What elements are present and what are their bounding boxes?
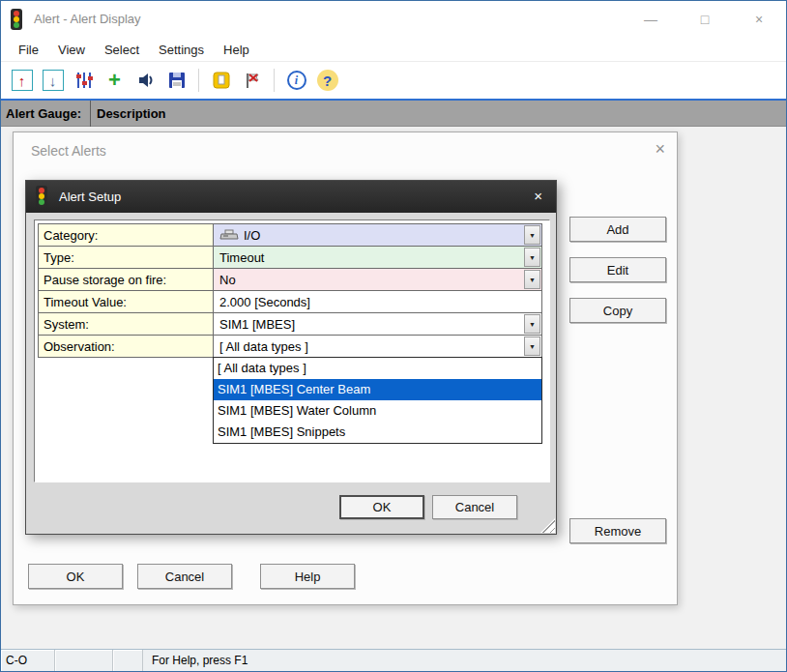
alert-setup-close-icon[interactable]: × — [534, 188, 542, 204]
observation-combobox[interactable]: [ All data types ] ▼ — [213, 335, 542, 358]
scroll-down-button[interactable]: ↓ — [40, 67, 66, 94]
column-alert-gauge: Alert Gauge: — [6, 106, 81, 121]
dropdown-option[interactable]: SIM1 [MBES] Snippets — [214, 422, 541, 443]
edit-button[interactable]: Edit — [569, 257, 666, 282]
timeout-value-field[interactable]: 2.000 [Seconds] — [213, 290, 542, 313]
chevron-down-icon: ▼ — [529, 343, 536, 350]
chevron-down-icon: ▼ — [529, 321, 536, 328]
dropdown-option[interactable]: [ All data types ] — [214, 358, 541, 379]
type-dropdown-button[interactable]: ▼ — [524, 248, 540, 267]
io-device-icon — [219, 229, 239, 242]
select-alerts-title: Select Alerts — [31, 143, 106, 159]
menu-file[interactable]: File — [9, 40, 48, 60]
flag-clear-icon — [243, 71, 262, 90]
category-label: Category: — [38, 223, 214, 247]
alert-setup-body: Category: I/O ▼ Type: Timeout — [26, 213, 556, 534]
minimize-button[interactable]: — — [624, 1, 678, 38]
plus-icon: + — [108, 71, 121, 90]
category-value: I/O — [244, 228, 260, 243]
pause-storage-combobox[interactable]: No ▼ — [213, 268, 542, 291]
alert-setup-cancel-button[interactable]: Cancel — [432, 495, 517, 519]
category-combobox[interactable]: I/O ▼ — [213, 223, 542, 247]
system-dropdown-button[interactable]: ▼ — [524, 314, 540, 334]
category-dropdown-button[interactable]: ▼ — [524, 225, 540, 245]
category-row: Category: I/O ▼ — [38, 223, 544, 247]
type-value: Timeout — [219, 250, 264, 265]
type-combobox[interactable]: Timeout ▼ — [213, 246, 542, 269]
observation-dropdown-list: [ All data types ] SIM1 [MBES] Center Be… — [213, 357, 542, 444]
select-alerts-help-button[interactable]: Help — [260, 564, 355, 589]
dropdown-option[interactable]: SIM1 [MBES] Water Column — [214, 400, 541, 422]
arrow-down-icon: ↓ — [43, 70, 64, 91]
help-button[interactable]: ? — [314, 67, 340, 94]
pause-storage-label: Pause storage on fire: — [38, 268, 214, 291]
titlebar: Alert - Alert Display — □ × — [1, 1, 786, 38]
clear-flag-button[interactable] — [239, 67, 265, 94]
chevron-down-icon: ▼ — [529, 232, 536, 239]
observation-row: Observation: [ All data types ] ▼ — [38, 335, 544, 358]
menubar: File View Select Settings Help — [1, 38, 786, 62]
column-divider — [90, 101, 91, 127]
close-button[interactable]: × — [732, 1, 786, 38]
status-cell-mode: C-O — [1, 650, 55, 671]
toolbar: ↑ ↓ + — [1, 62, 786, 101]
resize-grip[interactable] — [540, 518, 555, 533]
select-alerts-cancel-button[interactable]: Cancel — [137, 564, 232, 589]
type-row: Type: Timeout ▼ — [38, 246, 544, 269]
pause-storage-dropdown-button[interactable]: ▼ — [524, 270, 540, 289]
menu-settings[interactable]: Settings — [149, 40, 214, 60]
remove-button[interactable]: Remove — [569, 518, 666, 543]
alert-setup-dialog: Alert Setup × Category: I/O ▼ — [25, 180, 557, 535]
dropdown-option-selected[interactable]: SIM1 [MBES] Center Beam — [214, 379, 541, 400]
timeout-value-row: Timeout Value: 2.000 [Seconds] — [38, 290, 544, 313]
info-icon: i — [287, 71, 306, 90]
system-label: System: — [38, 312, 214, 336]
save-button[interactable] — [163, 67, 189, 94]
save-icon — [167, 71, 187, 90]
sliders-icon — [74, 71, 94, 90]
window-title: Alert - Alert Display — [34, 12, 141, 26]
arrow-up-icon: ↑ — [12, 70, 33, 91]
toolbar-separator — [274, 69, 275, 92]
statusbar: C-O For Help, press F1 — [1, 649, 786, 671]
select-alerts-close-icon[interactable]: × — [655, 139, 665, 160]
alarm-log-button[interactable] — [208, 67, 234, 94]
timeout-value: 2.000 [Seconds] — [219, 295, 310, 309]
menu-help[interactable]: Help — [214, 40, 259, 60]
add-button[interactable]: Add — [569, 217, 666, 242]
info-button[interactable]: i — [283, 67, 309, 94]
copy-button[interactable]: Copy — [569, 298, 666, 323]
observation-dropdown-button[interactable]: ▼ — [524, 336, 540, 356]
observation-value: [ All data types ] — [219, 339, 308, 354]
app-window: Alert - Alert Display — □ × File View Se… — [0, 0, 787, 672]
pause-storage-value: No — [219, 273, 236, 287]
observation-label: Observation: — [38, 335, 214, 358]
help-icon: ? — [317, 70, 338, 91]
alert-setup-title: Alert Setup — [59, 190, 121, 204]
status-help-text: For Help, press F1 — [143, 650, 248, 671]
menu-view[interactable]: View — [48, 40, 95, 60]
sound-button[interactable] — [132, 67, 159, 94]
add-alert-button[interactable]: + — [102, 67, 128, 94]
maximize-button[interactable]: □ — [678, 1, 732, 38]
status-cell-3 — [113, 650, 143, 671]
toolbar-separator — [198, 69, 199, 92]
chevron-down-icon: ▼ — [529, 254, 536, 261]
gauge-table-header: Alert Gauge: Description — [1, 101, 786, 127]
system-value: SIM1 [MBES] — [219, 317, 295, 332]
alarm-log-icon — [212, 71, 231, 90]
timeout-value-label: Timeout Value: — [38, 290, 214, 313]
limits-button[interactable] — [71, 67, 97, 94]
menu-select[interactable]: Select — [95, 40, 149, 60]
alert-setup-ok-button[interactable]: OK — [339, 495, 424, 519]
traffic-light-app-icon — [11, 9, 22, 30]
status-cell-2 — [55, 650, 113, 671]
alert-setup-titlebar: Alert Setup × — [26, 181, 556, 213]
select-alerts-ok-button[interactable]: OK — [28, 564, 123, 589]
speaker-icon — [136, 71, 156, 90]
pause-storage-row: Pause storage on fire: No ▼ — [38, 268, 544, 291]
system-combobox[interactable]: SIM1 [MBES] ▼ — [213, 312, 542, 336]
traffic-light-icon — [36, 186, 47, 207]
scroll-up-button[interactable]: ↑ — [9, 67, 35, 94]
alert-setup-form: Category: I/O ▼ Type: Timeout — [34, 219, 550, 482]
